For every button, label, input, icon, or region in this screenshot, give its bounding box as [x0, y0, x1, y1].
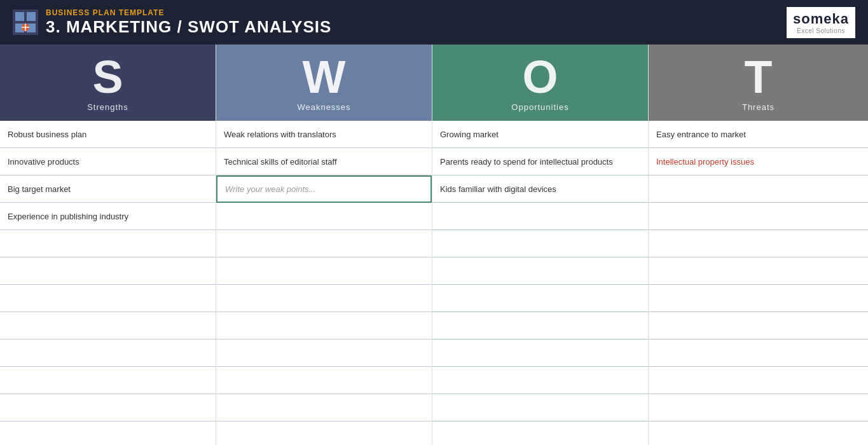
- list-item[interactable]: Parents ready to spend for intellectual …: [432, 148, 648, 175]
- swot-letter-threats: T: [745, 54, 773, 100]
- list-item[interactable]: [432, 339, 648, 367]
- list-item[interactable]: [0, 230, 216, 257]
- list-item[interactable]: [432, 203, 648, 230]
- list-item[interactable]: [432, 367, 648, 394]
- swot-header-opportunities: OOpportunities: [432, 44, 648, 121]
- swot-letter-weaknesses: W: [303, 54, 346, 100]
- list-item[interactable]: Innovative products: [0, 148, 216, 175]
- list-item[interactable]: [216, 394, 432, 421]
- swot-items-threats: Easy entrance to marketIntellectual prop…: [649, 121, 868, 445]
- list-item[interactable]: Robust business plan: [0, 121, 216, 148]
- swot-col-opportunities: OOpportunitiesGrowing marketParents read…: [432, 44, 649, 445]
- list-item[interactable]: Easy entrance to market: [649, 121, 868, 148]
- item-text: Experience in publishing industry: [8, 212, 128, 221]
- list-item[interactable]: [432, 257, 648, 285]
- list-item[interactable]: [0, 367, 216, 394]
- list-item[interactable]: [432, 285, 648, 312]
- list-item[interactable]: [432, 312, 648, 339]
- list-item[interactable]: [649, 312, 868, 339]
- list-item[interactable]: [216, 367, 432, 394]
- svg-rect-1: [15, 12, 24, 21]
- swot-items-opportunities: Growing marketParents ready to spend for…: [432, 121, 648, 445]
- item-text: Robust business plan: [8, 130, 86, 139]
- swot-header-weaknesses: WWeaknesses: [216, 44, 432, 121]
- item-text: Easy entrance to market: [656, 130, 746, 139]
- list-item[interactable]: Experience in publishing industry: [0, 203, 216, 230]
- swot-letter-opportunities: O: [522, 54, 558, 100]
- list-item[interactable]: Kids familiar with digital devices: [432, 175, 648, 203]
- logo-sub: Excel Solutions: [797, 27, 845, 34]
- swot-col-threats: TThreatsEasy entrance to marketIntellect…: [649, 44, 868, 445]
- list-item[interactable]: [216, 203, 432, 230]
- list-item[interactable]: Technical skills of editorial staff: [216, 148, 432, 175]
- list-item[interactable]: [0, 285, 216, 312]
- list-item[interactable]: [0, 312, 216, 339]
- placeholder-text: Write your weak points...: [225, 184, 315, 194]
- list-item[interactable]: [0, 257, 216, 285]
- swot-items-strengths: Robust business planInnovative productsB…: [0, 121, 216, 445]
- list-item[interactable]: [0, 339, 216, 367]
- logo-text: someka: [793, 11, 849, 27]
- app-icon: [13, 10, 38, 35]
- list-item[interactable]: Write your weak points...: [216, 175, 432, 203]
- swot-header-threats: TThreats: [649, 44, 868, 121]
- swot-header-strengths: SStrengths: [0, 44, 216, 121]
- list-item[interactable]: [0, 394, 216, 421]
- list-item[interactable]: Intellectual property issues: [649, 148, 868, 175]
- list-item[interactable]: [649, 175, 868, 203]
- page-title: 3. MARKETING / SWOT ANALYSIS: [46, 17, 331, 37]
- list-item[interactable]: [216, 285, 432, 312]
- item-text: Parents ready to spend for intellectual …: [440, 157, 613, 167]
- list-item[interactable]: Growing market: [432, 121, 648, 148]
- list-item[interactable]: Weak relations with translators: [216, 121, 432, 148]
- item-text: Growing market: [440, 130, 499, 139]
- list-item[interactable]: [649, 367, 868, 394]
- item-text: Kids familiar with digital devices: [440, 184, 556, 194]
- app-header: BUSINESS PLAN TEMPLATE 3. MARKETING / SW…: [0, 0, 868, 44]
- swot-label-threats: Threats: [742, 102, 775, 112]
- item-text: Weak relations with translators: [224, 130, 336, 139]
- swot-label-weaknesses: Weaknesses: [297, 102, 350, 112]
- template-label: BUSINESS PLAN TEMPLATE: [46, 8, 331, 17]
- list-item[interactable]: [649, 257, 868, 285]
- swot-grid: SStrengthsRobust business planInnovative…: [0, 44, 868, 445]
- list-item[interactable]: [216, 257, 432, 285]
- list-item[interactable]: [216, 339, 432, 367]
- list-item[interactable]: [649, 394, 868, 421]
- list-item[interactable]: [649, 203, 868, 230]
- swot-col-strengths: SStrengthsRobust business planInnovative…: [0, 44, 216, 445]
- svg-rect-2: [27, 12, 36, 21]
- item-text: Intellectual property issues: [656, 157, 754, 167]
- item-text: Innovative products: [8, 157, 79, 167]
- logo: someka Excel Solutions: [787, 7, 855, 38]
- swot-items-weaknesses: Weak relations with translatorsTechnical…: [216, 121, 432, 445]
- list-item[interactable]: [432, 394, 648, 421]
- list-item[interactable]: [649, 285, 868, 312]
- list-item[interactable]: [216, 312, 432, 339]
- list-item[interactable]: [649, 339, 868, 367]
- list-item[interactable]: [216, 230, 432, 257]
- item-text: Big target market: [8, 184, 71, 194]
- item-text: Technical skills of editorial staff: [224, 157, 337, 167]
- swot-letter-strengths: S: [92, 54, 123, 100]
- swot-label-opportunities: Opportunities: [511, 102, 568, 112]
- list-item[interactable]: [649, 230, 868, 257]
- list-item[interactable]: Big target market: [0, 175, 216, 203]
- list-item[interactable]: [432, 230, 648, 257]
- swot-label-strengths: Strengths: [87, 102, 128, 112]
- swot-col-weaknesses: WWeaknessesWeak relations with translato…: [216, 44, 432, 445]
